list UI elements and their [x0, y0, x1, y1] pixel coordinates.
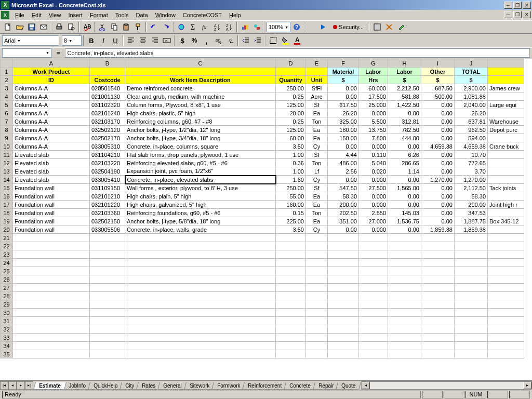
cell[interactable] — [488, 284, 524, 292]
scroll-left-button[interactable]: ◂ — [362, 382, 370, 389]
decrease-indent-button[interactable] — [240, 35, 251, 46]
cell[interactable]: 0.00 — [421, 126, 455, 134]
cell[interactable] — [488, 309, 524, 317]
play-macro-button[interactable] — [317, 21, 329, 33]
cell[interactable]: Elevated slab — [13, 167, 90, 176]
cell[interactable]: 27.500 — [359, 184, 388, 192]
font-color-button[interactable]: A — [291, 35, 303, 46]
cell[interactable]: Columns A-A — [13, 142, 90, 151]
cell[interactable]: 180.00 — [328, 126, 359, 134]
cell[interactable]: 60.000 — [359, 84, 388, 92]
cell[interactable]: 0.110 — [359, 151, 388, 159]
cell[interactable]: 0.00 — [421, 209, 455, 217]
cell[interactable] — [455, 350, 488, 358]
cell[interactable] — [455, 300, 488, 309]
paste-button[interactable] — [121, 21, 132, 33]
cell[interactable] — [359, 317, 388, 325]
cell[interactable]: 2.550 — [359, 209, 388, 217]
cell[interactable] — [306, 267, 328, 275]
minimize-button[interactable]: ─ — [504, 2, 512, 9]
col-header-extra[interactable] — [488, 59, 524, 68]
cell[interactable] — [13, 267, 90, 275]
row-header-30[interactable]: 30 — [1, 309, 13, 317]
cell[interactable] — [455, 317, 488, 325]
cell[interactable] — [359, 242, 388, 250]
sheet-tab-estimate[interactable]: Estimate — [33, 382, 66, 390]
cell[interactable]: 200.00 — [455, 201, 488, 209]
autosum-button[interactable]: Σ — [188, 21, 199, 33]
cell[interactable]: Ea — [306, 134, 328, 142]
cell[interactable]: Sf — [306, 101, 328, 109]
cell[interactable] — [388, 292, 421, 300]
cell[interactable]: 687.50 — [421, 84, 455, 92]
cell[interactable]: Concrete, in-place, walls, grade — [125, 225, 276, 234]
cell[interactable]: 0.00 — [421, 192, 455, 201]
cell[interactable]: 0.25 — [276, 92, 306, 101]
cell[interactable] — [276, 317, 306, 325]
redo-button[interactable] — [160, 21, 171, 33]
cell[interactable] — [421, 267, 455, 275]
cell[interactable]: Foundation wall — [13, 184, 90, 192]
cell[interactable] — [488, 259, 524, 267]
row-header-11[interactable]: 11 — [1, 151, 13, 159]
cell[interactable]: Ea — [306, 201, 328, 209]
cell[interactable]: Columns A-A — [13, 134, 90, 142]
cell[interactable]: Columns A-A — [13, 101, 90, 109]
col-header-A[interactable]: A — [13, 59, 90, 68]
drawing-button[interactable] — [251, 21, 262, 33]
cell[interactable]: 032101210 — [90, 192, 125, 201]
row-header-27[interactable]: 27 — [1, 284, 13, 292]
cell[interactable]: 500.00 — [421, 92, 455, 101]
cell[interactable]: ID — [13, 76, 90, 84]
row-header-17[interactable]: 17 — [1, 201, 13, 209]
cell[interactable]: Cy — [306, 225, 328, 234]
cell[interactable]: 581.88 — [388, 92, 421, 101]
cell[interactable]: 3.50 — [276, 142, 306, 151]
cell[interactable] — [13, 234, 90, 242]
menu-tools[interactable]: Tools — [112, 11, 132, 19]
row-header-31[interactable]: 31 — [1, 317, 13, 325]
cell[interactable]: 0.000 — [359, 192, 388, 201]
cell[interactable]: 2,212.50 — [388, 84, 421, 92]
cell[interactable]: 637.81 — [455, 117, 488, 126]
cell[interactable]: 1.14 — [388, 167, 421, 176]
copy-button[interactable] — [109, 21, 120, 33]
row-header-32[interactable]: 32 — [1, 325, 13, 334]
cell[interactable]: SfFl — [306, 84, 328, 92]
cell[interactable]: 2,900.00 — [455, 84, 488, 92]
cell[interactable] — [90, 292, 125, 300]
cell[interactable] — [276, 234, 306, 242]
cell[interactable] — [455, 250, 488, 259]
col-header-B[interactable]: B — [90, 59, 125, 68]
cell[interactable]: Ea — [306, 217, 328, 225]
row-header-6[interactable]: 6 — [1, 109, 13, 117]
cell[interactable]: Hrs — [359, 76, 388, 84]
cell[interactable]: 2.56 — [328, 167, 359, 176]
close-button[interactable]: ✕ — [523, 2, 531, 9]
cell[interactable]: Other — [421, 68, 455, 76]
cell[interactable]: Sf — [306, 184, 328, 192]
cell[interactable] — [388, 250, 421, 259]
menu-edit[interactable]: Edit — [28, 11, 45, 19]
cell[interactable]: 0.00 — [328, 84, 359, 92]
cell[interactable]: 032103360 — [90, 209, 125, 217]
cell[interactable] — [306, 275, 328, 284]
col-header-I[interactable]: I — [421, 59, 455, 68]
name-box[interactable]: ▼ — [2, 48, 51, 58]
cell[interactable] — [306, 292, 328, 300]
cell[interactable] — [276, 325, 306, 334]
row-header-18[interactable]: 18 — [1, 209, 13, 217]
cell[interactable]: Depot purc — [488, 126, 524, 134]
cell[interactable] — [90, 284, 125, 292]
row-header-2[interactable]: 2 — [1, 76, 13, 84]
cell[interactable] — [359, 309, 388, 317]
cell[interactable] — [488, 267, 524, 275]
cell[interactable] — [488, 242, 524, 250]
cell[interactable] — [455, 267, 488, 275]
cell[interactable]: 547.50 — [328, 184, 359, 192]
cell[interactable] — [328, 242, 359, 250]
cell[interactable]: Work Item Description — [125, 76, 276, 84]
cell[interactable] — [90, 267, 125, 275]
cell[interactable]: 2,040.00 — [455, 101, 488, 109]
cell[interactable]: 351.00 — [328, 217, 359, 225]
